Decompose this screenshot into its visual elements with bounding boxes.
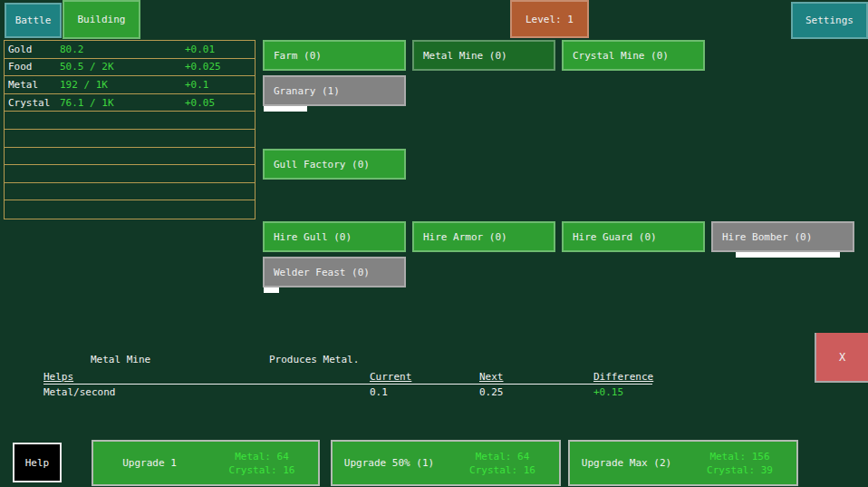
- upgrade-1-button[interactable]: Upgrade 1 Metal: 64 Crystal: 16: [92, 440, 320, 486]
- info-panel-description: Produces Metal.: [269, 354, 359, 365]
- info-header-current: Current: [370, 371, 411, 383]
- upgrade-costs: Metal: 64 Crystal: 16: [446, 451, 559, 476]
- info-header-next: Next: [479, 371, 504, 383]
- granary-progress-bar: [264, 106, 307, 112]
- upgrade-costs: Metal: 156 Crystal: 39: [683, 451, 796, 476]
- upgrade-cost-metal: Metal: 156: [709, 451, 769, 463]
- info-row-difference: +0.15: [593, 386, 623, 398]
- hire-bomber-button[interactable]: Hire Bomber (0): [711, 221, 854, 252]
- upgrade-max-button[interactable]: Upgrade Max (2) Metal: 156 Crystal: 39: [568, 440, 798, 486]
- level-badge: Level: 1: [510, 0, 589, 38]
- close-button[interactable]: X: [815, 333, 868, 383]
- tab-building[interactable]: Building: [63, 0, 140, 39]
- resource-rate: +0.01: [185, 44, 255, 55]
- resource-value: 192 / 1K: [60, 79, 185, 91]
- resource-row-empty: [5, 165, 255, 183]
- upgrade-cost-metal: Metal: 64: [476, 451, 530, 463]
- upgrade-label: Upgrade Max (2): [570, 457, 683, 469]
- resource-name: Food: [8, 61, 60, 73]
- resource-row-empty: [5, 148, 255, 166]
- help-button[interactable]: Help: [13, 443, 62, 482]
- resource-value: 80.2: [60, 44, 185, 55]
- info-row-name: Metal/second: [43, 386, 115, 398]
- upgrade-cost-crystal: Crystal: 16: [469, 464, 535, 476]
- info-row-next: 0.25: [479, 386, 504, 398]
- resource-row-metal: Metal 192 / 1K +0.1: [5, 76, 255, 94]
- upgrade-cost-crystal: Crystal: 16: [229, 464, 295, 476]
- hire-gull-button[interactable]: Hire Gull (0): [263, 221, 406, 252]
- resource-table: Gold 80.2 +0.01 Food 50.5 / 2K +0.025 Me…: [4, 40, 256, 219]
- settings-button[interactable]: Settings: [791, 2, 868, 39]
- resource-value: 76.1 / 1K: [60, 97, 185, 109]
- info-table-divider: [43, 384, 652, 385]
- resource-name: Gold: [8, 44, 60, 55]
- resource-name: Metal: [8, 79, 60, 91]
- info-row-current: 0.1: [370, 386, 388, 398]
- upgrade-label: Upgrade 50% (1): [333, 457, 446, 469]
- granary-button[interactable]: Granary (1): [263, 75, 406, 106]
- game-screen: Battle Building Level: 1 Settings Gold 8…: [0, 0, 868, 487]
- info-header-helps: Helps: [43, 371, 73, 383]
- resource-row-empty: [5, 183, 255, 201]
- resource-row-food: Food 50.5 / 2K +0.025: [5, 59, 255, 77]
- welder-feast-progress-bar: [264, 287, 279, 293]
- hire-armor-button[interactable]: Hire Armor (0): [412, 221, 555, 252]
- farm-button[interactable]: Farm (0): [263, 40, 406, 71]
- tab-battle[interactable]: Battle: [5, 3, 62, 38]
- info-panel-title: Metal Mine: [91, 354, 150, 365]
- upgrade-cost-crystal: Crystal: 39: [707, 464, 773, 476]
- upgrade-cost-metal: Metal: 64: [235, 451, 289, 463]
- resource-row-empty: [5, 200, 255, 219]
- metal-mine-button[interactable]: Metal Mine (0): [412, 40, 555, 71]
- resource-rate: +0.025: [185, 61, 255, 73]
- resource-row-empty: [5, 130, 255, 148]
- resource-rate: +0.1: [185, 79, 255, 91]
- upgrade-label: Upgrade 1: [93, 457, 206, 469]
- crystal-mine-button[interactable]: Crystal Mine (0): [562, 40, 705, 71]
- info-header-difference: Difference: [593, 371, 653, 383]
- welder-feast-button[interactable]: Welder Feast (0): [263, 257, 406, 287]
- resource-row-gold: Gold 80.2 +0.01: [5, 41, 255, 59]
- resource-row-empty: [5, 112, 255, 130]
- resource-name: Crystal: [8, 97, 60, 109]
- upgrade-costs: Metal: 64 Crystal: 16: [206, 451, 318, 476]
- hire-guard-button[interactable]: Hire Guard (0): [562, 221, 705, 252]
- gull-factory-button[interactable]: Gull Factory (0): [263, 149, 406, 180]
- upgrade-50-button[interactable]: Upgrade 50% (1) Metal: 64 Crystal: 16: [331, 440, 561, 486]
- resource-row-crystal: Crystal 76.1 / 1K +0.05: [5, 94, 255, 112]
- resource-value: 50.5 / 2K: [60, 61, 185, 73]
- hire-bomber-progress-bar: [736, 252, 840, 258]
- resource-rate: +0.05: [185, 97, 255, 109]
